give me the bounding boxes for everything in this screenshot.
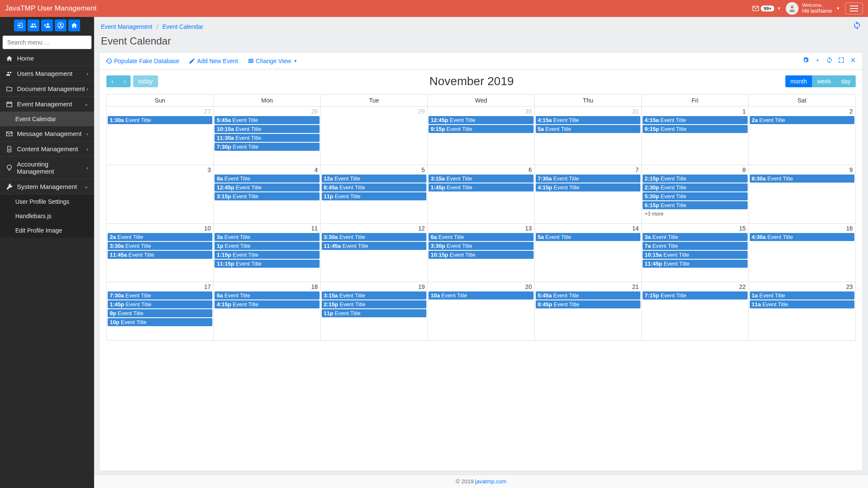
calendar-event[interactable]: 4:15a Event Title (536, 116, 640, 124)
calendar-event[interactable]: 1:45p Event Title (428, 183, 533, 191)
calendar-cell[interactable]: 77:30a Event Title4:15p Event Title (534, 165, 641, 224)
breadcrumb-parent[interactable]: Event Management (101, 23, 152, 30)
calendar-event[interactable]: 3:15a Event Title (322, 291, 426, 299)
user-menu[interactable]: Welcome, Hiii lastName ▼ (786, 2, 840, 15)
calendar-event[interactable]: 2:30p Event Title (643, 183, 747, 191)
calendar-event[interactable]: 9:15p Event Title (643, 125, 747, 133)
calendar-cell[interactable]: 98:30a Event Title (748, 165, 855, 224)
calendar-event[interactable]: 7a Event Title (643, 242, 747, 250)
reload-icon[interactable] (826, 57, 833, 65)
calendar-cell[interactable]: 145a Event Title (534, 224, 641, 282)
calendar-cell[interactable]: 153a Event Title7a Event Title10:15a Eve… (642, 224, 748, 282)
add-user-button[interactable] (41, 19, 53, 31)
next-button[interactable]: › (119, 75, 131, 87)
calendar-cell[interactable]: 136a Event Title3:30p Event Title10:15p … (428, 224, 534, 282)
more-events-link[interactable]: +3 more (643, 210, 747, 218)
sidebar-item-accounting-management[interactable]: Accounting Management› (0, 157, 94, 179)
calendar-cell[interactable]: 63:15a Event Title1:45p Event Title (428, 165, 534, 224)
calendar-event[interactable]: 3a Event Title (643, 233, 747, 241)
calendar-cell[interactable]: 215:45a Event Title8:45p Event Title (534, 282, 641, 341)
calendar-event[interactable]: 10:15a Event Title (214, 125, 319, 133)
calendar-event[interactable]: 4:30a Event Title (750, 233, 854, 241)
day-view-button[interactable]: day (836, 75, 856, 87)
calendar-event[interactable]: 12:45p Event Title (428, 116, 533, 124)
calendar-cell[interactable]: 102a Event Title3:30a Event Title11:45a … (107, 224, 214, 282)
collapse-icon[interactable] (814, 57, 821, 65)
calendar-cell[interactable]: 314:15a Event Title5a Event Title (534, 107, 641, 165)
calendar-event[interactable]: 5:45a Event Title (536, 291, 640, 299)
calendar-cell[interactable]: 22a Event Title (748, 107, 855, 165)
submenu-item-handlebars-js[interactable]: Handlebars.js (0, 209, 94, 223)
calendar-event[interactable]: 2a Event Title (750, 116, 854, 124)
calendar-event[interactable]: 1p Event Title (214, 242, 319, 250)
calendar-event[interactable]: 9p Event Title (108, 309, 212, 317)
calendar-event[interactable]: 3:30a Event Title (322, 233, 426, 241)
calendar-event[interactable]: 8:45a Event Title (322, 183, 426, 191)
calendar-event[interactable]: 3:15a Event Title (428, 175, 533, 183)
change-view-button[interactable]: Change View ▼ (248, 58, 298, 64)
calendar-event[interactable]: 7:15p Event Title (643, 291, 747, 299)
calendar-event[interactable]: 5:30p Event Title (643, 192, 747, 200)
calendar-cell[interactable]: 231a Event Title11a Event Title (748, 282, 855, 341)
calendar-event[interactable]: 7:30a Event Title (536, 175, 640, 183)
calendar-event[interactable]: 6a Event Title (214, 291, 319, 299)
calendar-event[interactable]: 2:15p Event Title (322, 300, 426, 308)
calendar-cell[interactable]: 285:45a Event Title10:15a Event Title11:… (214, 107, 320, 165)
sidebar-item-document-management[interactable]: Document Management› (0, 81, 94, 97)
calendar-event[interactable]: 2a Event Title (108, 233, 212, 241)
users-button[interactable] (28, 19, 39, 31)
sidebar-item-message-management[interactable]: Message Management› (0, 126, 94, 141)
profile-button[interactable] (55, 19, 67, 31)
calendar-cell[interactable]: 14:15a Event Title9:15p Event Title (642, 107, 748, 165)
calendar-event[interactable]: 6:15p Event Title (643, 201, 747, 209)
calendar-event[interactable]: 6a Event Title (428, 233, 533, 241)
calendar-event[interactable]: 4:15p Event Title (536, 183, 640, 191)
refresh-button[interactable] (853, 21, 861, 32)
calendar-event[interactable]: 7:30p Event Title (214, 143, 319, 151)
month-view-button[interactable]: month (785, 75, 812, 87)
calendar-cell[interactable]: 227:15p Event Title (642, 282, 748, 341)
submenu-item-event-calendar[interactable]: Event Calendar (0, 112, 94, 126)
calendar-event[interactable]: 8:30a Event Title (750, 175, 854, 183)
calendar-event[interactable]: 11p Event Title (322, 309, 426, 317)
settings-icon[interactable] (802, 57, 809, 65)
sidebar-item-users-management[interactable]: Users Management› (0, 66, 94, 81)
calendar-cell[interactable]: 164:30a Event Title (748, 224, 855, 282)
calendar-event[interactable]: 4:15a Event Title (643, 116, 747, 124)
calendar-event[interactable]: 3:15p Event Title (214, 192, 319, 200)
calendar-event[interactable]: 3a Event Title (214, 233, 319, 241)
submenu-item-user-profile-settings[interactable]: User Profile Settings (0, 194, 94, 209)
close-icon[interactable] (850, 57, 857, 65)
calendar-event[interactable]: 12a Event Title (322, 175, 426, 183)
calendar-cell[interactable]: 512a Event Title8:45a Event Title11p Eve… (320, 165, 427, 224)
calendar-event[interactable]: 10p Event Title (108, 318, 212, 326)
calendar-event[interactable]: 10:15p Event Title (428, 251, 533, 259)
calendar-event[interactable]: 11:45a Event Title (322, 242, 426, 250)
fullscreen-icon[interactable] (838, 57, 845, 65)
calendar-event[interactable]: 11a Event Title (750, 300, 854, 308)
calendar-cell[interactable]: 271:30a Event Title (107, 107, 214, 165)
calendar-event[interactable]: 5a Event Title (536, 125, 640, 133)
calendar-event[interactable]: 11:45p Event Title (643, 260, 747, 268)
search-input[interactable] (3, 36, 92, 49)
calendar-event[interactable]: 7:30a Event Title (108, 291, 212, 299)
calendar-cell[interactable]: 2010a Event Title (428, 282, 534, 341)
sidebar-item-content-management[interactable]: Content Management› (0, 141, 94, 157)
notifications-button[interactable]: 99+ ▼ (752, 5, 781, 12)
calendar-event[interactable]: 11p Event Title (322, 192, 426, 200)
today-button[interactable]: today (133, 75, 158, 87)
calendar-cell[interactable]: 193:15a Event Title2:15p Event Title11p … (320, 282, 427, 341)
calendar-event[interactable]: 1a Event Title (750, 291, 854, 299)
add-event-button[interactable]: Add New Event (189, 58, 238, 64)
calendar-event[interactable]: 5a Event Title (536, 233, 640, 241)
sidebar-item-event-management[interactable]: Event Management⌄ (0, 97, 94, 112)
calendar-event[interactable]: 11:30a Event Title (214, 134, 319, 142)
submenu-item-edit-profile-image[interactable]: Edit Profile Image (0, 223, 94, 238)
populate-database-button[interactable]: Populate Fake Database (106, 58, 179, 64)
calendar-event[interactable]: 9:15p Event Title (428, 125, 533, 133)
calendar-event[interactable]: 1:15p Event Title (214, 251, 319, 259)
calendar-cell[interactable]: 29 (320, 107, 427, 165)
hamburger-button[interactable] (845, 3, 863, 14)
calendar-cell[interactable]: 3 (107, 165, 214, 224)
calendar-event[interactable]: 8a Event Title (214, 175, 319, 183)
